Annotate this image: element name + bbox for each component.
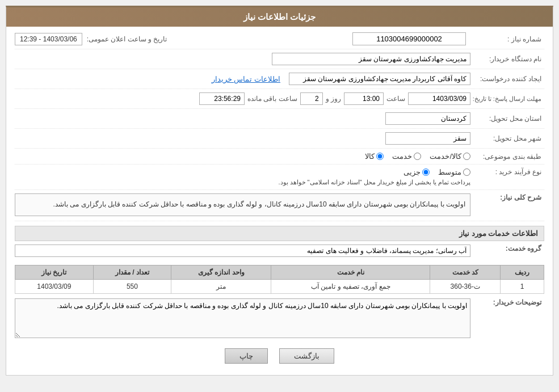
table-row: 1 ت-36-360 جمع آوری، تصفیه و تامین آب مت… [15, 279, 544, 293]
radio-kala-khedmat[interactable] [463, 153, 470, 160]
gorooh-input[interactable] [15, 245, 470, 257]
table-header-radif: ردیف [501, 265, 544, 279]
gorooh-label: گروه خدمت: [470, 245, 544, 252]
cell-kod: ت-36-360 [430, 279, 501, 293]
radio-motevaset[interactable] [463, 168, 470, 176]
tabaqe-label: طبقه بندی موضوعی: [470, 153, 544, 161]
table-header-kod: کد خدمت [430, 265, 501, 279]
radio-motevaset-label: متوسط [438, 168, 461, 176]
radio-kala-khedmat-item: کالا/خدمت [430, 152, 470, 161]
announce-label: تاریخ و ساعت اعلان عمومی: [87, 35, 167, 43]
buyer-notes-textarea[interactable] [15, 298, 470, 338]
back-button[interactable]: بازگشت [279, 348, 334, 364]
date-input[interactable] [408, 92, 470, 105]
baqi-label: ساعت باقی مانده [247, 95, 297, 103]
cell-nam: جمع آوری، تصفیه و تامین آب [271, 279, 430, 293]
shahr-label: شهر محل تحویل: [470, 134, 544, 142]
announce-value: 1403/03/06 - 12:39 [15, 33, 82, 45]
table-header-vahed: واحد اندازه گیری [171, 265, 271, 279]
nam-dastgah-label: نام دستگاه خریدار: [470, 55, 544, 63]
radio-kala-khedmat-label: کالا/خدمت [430, 152, 461, 161]
radio-khedmat-label: خدمت [392, 152, 412, 161]
table-header-tarikh: تاریخ نیاز [15, 265, 94, 279]
radio-kala-label: کالا [365, 152, 375, 161]
saat-label: ساعت [386, 95, 405, 103]
ijad-link[interactable]: اطلاعات تماس خریدار [212, 75, 280, 83]
sharh-label: شرح کلی نیاز: [470, 193, 544, 201]
rooz-label: روز و [326, 95, 341, 103]
radio-khedmat-item: خدمت [392, 152, 421, 161]
radio-jozei-item: جزیی [404, 168, 430, 176]
buttons-row: بازگشت چاپ [15, 348, 544, 364]
saat-input[interactable] [344, 92, 384, 105]
radio-jozei-label: جزیی [404, 168, 421, 176]
sharh-value: اولویت با پیمانکاران بومی شهرستان دارای … [15, 193, 470, 216]
radio-kala-item: کالا [365, 152, 384, 161]
table-header-nam: نام خدمت [271, 265, 430, 279]
ijad-label: ایجاد کننده درخواست: [470, 75, 544, 83]
baqi-input[interactable] [199, 92, 245, 105]
nooe-description: پرداخت تمام یا بخشی از مبلغ خریدار محل "… [15, 179, 470, 186]
radio-kala[interactable] [376, 153, 384, 160]
nooe-label: نوع فرآیند خرید : [470, 168, 544, 176]
nam-dastgah-input[interactable] [272, 53, 470, 65]
radio-jozei[interactable] [422, 168, 430, 176]
radio-motevaset-item: متوسط [438, 168, 470, 176]
ostan-label: استان محل تحویل: [470, 115, 544, 123]
services-table: ردیف کد خدمت نام خدمت واحد اندازه گیری ت… [15, 265, 544, 294]
shomare-niaz-input[interactable] [352, 32, 466, 45]
print-button[interactable]: چاپ [225, 348, 268, 364]
ijad-input[interactable] [289, 73, 470, 85]
ostan-input[interactable] [385, 112, 470, 125]
khedmat-info-title: اطلاعات خدمات مورد نیاز [15, 226, 544, 241]
cell-tarikh: 1403/03/09 [15, 279, 94, 293]
cell-vahed: متر [171, 279, 271, 293]
rooz-input[interactable] [300, 92, 323, 105]
page-header: جزئیات اطلاعات نیاز [6, 7, 553, 27]
cell-radif: 1 [501, 279, 544, 293]
radio-khedmat[interactable] [414, 153, 421, 160]
shomare-niaz-label: شماره نیاز : [470, 35, 544, 43]
buyer-notes-label: توضیحات خریدار: [470, 298, 544, 306]
page-title: جزئیات اطلاعات نیاز [243, 12, 316, 22]
cell-tedad: 550 [93, 279, 171, 293]
table-header-tedad: تعداد / مقدار [93, 265, 171, 279]
shahr-input[interactable] [385, 132, 470, 145]
mohlat-label: مهلت ارسال پاسخ: تا تاریخ: [470, 95, 544, 103]
